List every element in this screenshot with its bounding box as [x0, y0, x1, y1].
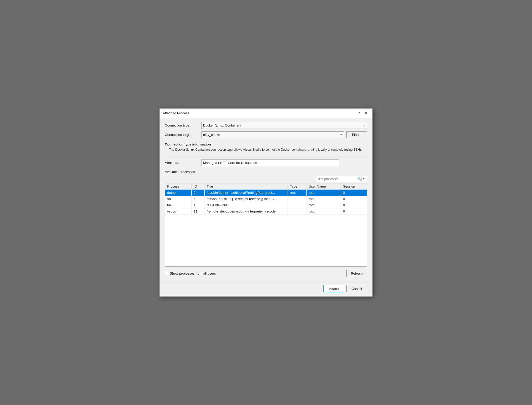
attach-button[interactable]: Attach	[323, 285, 344, 292]
connection-type-value: Docker (Linux Container)	[203, 123, 241, 127]
dialog-title: Attach to Process	[163, 111, 189, 115]
chevron-down-icon: ▼	[340, 133, 342, 136]
table-header-row: Process ID Title Type User Name Session	[165, 183, 367, 190]
chevron-down-icon: ▼	[363, 124, 365, 127]
dialog-footer: Attach Cancel	[160, 282, 372, 296]
filter-box: 🔍 ▼	[315, 176, 367, 182]
process-table: Process ID Title Type User Name Session …	[165, 183, 367, 267]
col-type: Type	[288, 183, 307, 190]
filter-dropdown-button[interactable]: ▼	[361, 176, 366, 182]
connection-type-control: Docker (Linux Container) ▼	[201, 122, 367, 129]
attach-to-process-dialog: Attach to Process ? ✕ Connection type: D…	[159, 108, 373, 297]
bottom-row: Show processes from all users Refresh	[165, 270, 367, 277]
cancel-button[interactable]: Cancel	[346, 285, 367, 292]
show-all-text: Show processes from all users	[170, 271, 216, 275]
refresh-button[interactable]: Refresh	[346, 270, 367, 277]
table-row[interactable]: vsdbg11/remote_debugger/vsdbg --interpre…	[165, 208, 367, 214]
search-icon: 🔍	[357, 177, 361, 181]
col-session: Session	[341, 183, 367, 190]
connection-type-label: Connection type:	[165, 123, 201, 127]
section-divider	[165, 156, 367, 156]
col-process: Process	[165, 183, 191, 190]
dialog-body: Connection type: Docker (Linux Container…	[160, 118, 372, 281]
connection-target-value: nifty_clarke	[203, 133, 220, 137]
filter-row: 🔍 ▼	[165, 176, 367, 182]
col-id: ID	[191, 183, 204, 190]
info-text: The Docker (Linux Container) connection …	[169, 147, 367, 152]
connection-type-row: Connection type: Docker (Linux Container…	[165, 122, 367, 129]
table-empty-space	[165, 214, 367, 266]
help-button[interactable]: ?	[356, 110, 362, 116]
connection-type-combobox[interactable]: Docker (Linux Container) ▼	[201, 122, 367, 129]
find-button[interactable]: Find...	[346, 131, 367, 138]
title-bar-controls: ? ✕	[356, 110, 369, 116]
connection-target-combobox[interactable]: nifty_clarke ▼	[201, 131, 344, 138]
show-all-checkbox[interactable]	[165, 272, 168, 275]
attach-to-value[interactable]: Managed (.NET Core for Unix) code	[201, 160, 339, 166]
table-row[interactable]: dotnet24/usr/bin/dotnet --additionalProb…	[165, 189, 367, 196]
connection-target-label: Connection target:	[165, 133, 201, 137]
show-all-users-label[interactable]: Show processes from all users	[165, 271, 216, 275]
connection-target-row: Connection target: nifty_clarke ▼ Find..…	[165, 131, 367, 138]
table-row[interactable]: sh6/bin/sh -c ID=.; if [ -e /etc/os-rele…	[165, 196, 367, 202]
filter-input[interactable]	[316, 177, 357, 181]
connection-target-control: nifty_clarke ▼ Find...	[201, 131, 367, 138]
attach-to-row: Attach to: Managed (.NET Core for Unix) …	[165, 160, 367, 166]
close-button[interactable]: ✕	[363, 110, 369, 116]
table-row[interactable]: tail1tail -f /dev/nullroot0	[165, 202, 367, 208]
attach-to-label: Attach to:	[165, 161, 201, 165]
process-table-wrap: Process ID Title Type User Name Session …	[165, 183, 367, 267]
col-title: Title	[205, 183, 288, 190]
col-username: User Name	[307, 183, 341, 190]
info-section: Connection type information The Docker (…	[165, 141, 367, 153]
available-processes-title: Available processes	[165, 170, 367, 174]
title-bar: Attach to Process ? ✕	[160, 109, 372, 118]
info-title: Connection type information	[165, 142, 367, 146]
